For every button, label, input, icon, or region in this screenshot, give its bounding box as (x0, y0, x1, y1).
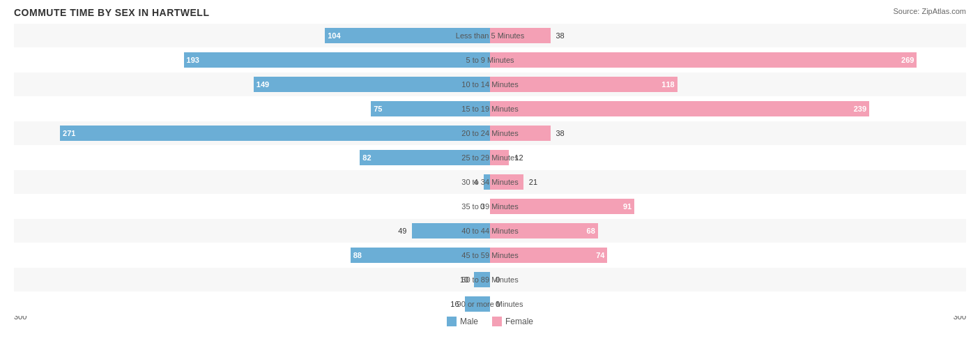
legend-female-label: Female (505, 317, 533, 326)
left-bar-container: 271 (14, 121, 490, 145)
legend-male-box (447, 317, 457, 326)
bar-female: 269 (490, 52, 917, 68)
table-row: 16 90 or more Minutes 0 (14, 292, 966, 316)
male-value-inside: 82 (360, 153, 371, 162)
table-row: 49 40 to 44 Minutes 68 (14, 219, 966, 243)
female-value-inside: 239 (854, 105, 869, 113)
table-row: 75 15 to 19 Minutes 239 (14, 97, 966, 121)
bar-male: 88 (351, 248, 490, 263)
table-row: 104 Less than 5 Minutes 38 (14, 24, 966, 47)
table-row: 193 5 to 9 Minutes 269 (14, 48, 966, 72)
chart-area: 104 Less than 5 Minutes 38 193 5 to 9 Mi… (14, 24, 966, 311)
bar-male: 4 (484, 174, 490, 190)
left-bar-container: 0 (14, 195, 490, 218)
right-bar-container: 38 (490, 24, 966, 47)
source-label: Source: ZipAtlas.com (893, 7, 966, 15)
right-bar-container: 239 (490, 97, 966, 121)
table-row: 0 35 to 39 Minutes 91 (14, 195, 966, 218)
female-value-outside: 0 (493, 300, 500, 308)
bar-female: 68 (490, 223, 598, 238)
bar-male: 10 (474, 272, 490, 287)
bar-female: 38 (490, 126, 551, 141)
left-bar-container: 88 (14, 243, 490, 267)
right-bar-container: 21 (490, 170, 966, 194)
female-value-outside: 21 (526, 178, 537, 186)
female-value-inside: 118 (661, 80, 677, 89)
female-value-outside: 38 (553, 31, 565, 40)
legend: Male Female (447, 317, 533, 326)
legend-male: Male (447, 317, 478, 326)
bar-female: 21 (490, 174, 523, 190)
table-row: 4 30 to 34 Minutes 21 (14, 170, 966, 194)
male-value-inside: 149 (254, 80, 269, 89)
right-bar-container: 118 (490, 73, 966, 96)
legend-female: Female (492, 317, 533, 326)
bar-male: 149 (254, 77, 490, 92)
left-bar-container: 49 (14, 219, 490, 243)
male-value-inside: 88 (351, 251, 362, 259)
bar-female: 91 (490, 199, 634, 214)
female-value-inside: 74 (596, 251, 607, 259)
bar-male: 75 (371, 101, 490, 116)
bar-male: 49 (412, 223, 490, 238)
female-value-outside: 12 (512, 153, 523, 162)
legend-male-label: Male (460, 317, 478, 326)
bar-male: 104 (325, 28, 490, 43)
male-value-outside: 4 (474, 178, 481, 186)
bar-female: 12 (490, 150, 509, 165)
left-bar-container: 193 (14, 48, 490, 72)
bar-male: 271 (60, 126, 490, 141)
right-bar-container: 12 (490, 146, 966, 169)
bar-female: 74 (490, 248, 607, 263)
male-value-inside: 271 (60, 129, 75, 137)
female-value-outside: 38 (553, 129, 565, 137)
left-bar-container: 75 (14, 97, 490, 121)
male-value-outside: 0 (480, 202, 487, 211)
male-value-outside: 49 (398, 227, 409, 235)
left-bar-container: 82 (14, 146, 490, 169)
male-value-inside: 193 (184, 56, 199, 64)
right-bar-container: 0 (490, 268, 966, 291)
female-value-inside: 68 (587, 227, 598, 235)
bar-male: 82 (360, 150, 490, 165)
male-value-outside: 10 (460, 275, 471, 284)
female-value-inside: 91 (623, 202, 634, 211)
left-bar-container: 4 (14, 170, 490, 194)
right-bar-container: 38 (490, 121, 966, 145)
female-value-outside: 0 (493, 275, 500, 284)
table-row: 10 60 to 89 Minutes 0 (14, 268, 966, 291)
right-bar-container: 269 (490, 48, 966, 72)
left-bar-container: 104 (14, 24, 490, 47)
legend-female-box (492, 317, 502, 326)
left-bar-container: 16 (14, 292, 490, 316)
male-value-outside: 16 (450, 300, 461, 308)
bar-female: 118 (490, 77, 677, 92)
chart-title: COMMUTE TIME BY SEX IN HARTWELL (14, 7, 966, 18)
right-bar-container: 0 (490, 292, 966, 316)
left-bar-container: 10 (14, 268, 490, 291)
bar-male: 16 (465, 296, 490, 312)
bar-female: 239 (490, 101, 869, 116)
table-row: 271 20 to 24 Minutes 38 (14, 121, 966, 145)
right-bar-container: 68 (490, 219, 966, 243)
left-bar-container: 149 (14, 73, 490, 96)
right-bar-container: 74 (490, 243, 966, 267)
chart-container: COMMUTE TIME BY SEX IN HARTWELL Source: … (0, 0, 980, 364)
table-row: 88 45 to 59 Minutes 74 (14, 243, 966, 267)
table-row: 82 25 to 29 Minutes 12 (14, 146, 966, 169)
bar-male: 193 (184, 52, 490, 68)
right-bar-container: 91 (490, 195, 966, 218)
female-value-inside: 269 (901, 56, 917, 64)
table-row: 149 10 to 14 Minutes 118 (14, 73, 966, 96)
male-value-inside: 104 (325, 31, 340, 40)
male-value-inside: 75 (371, 105, 382, 113)
bar-female: 38 (490, 28, 551, 43)
